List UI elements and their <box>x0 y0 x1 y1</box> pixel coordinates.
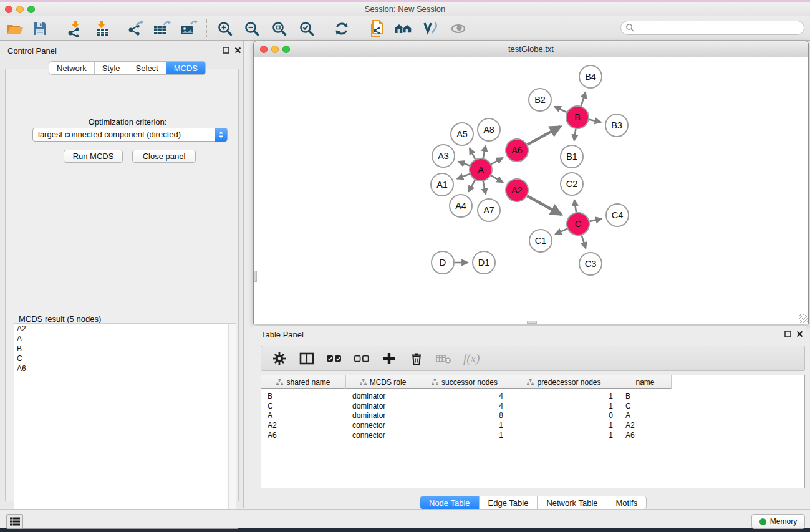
import-network-button[interactable] <box>64 18 86 39</box>
column-header-MCDS-role[interactable]: MCDS role <box>346 375 420 389</box>
clone-network-button[interactable] <box>367 18 390 39</box>
node-A5[interactable]: A5 <box>451 123 473 145</box>
float-panel-icon[interactable] <box>223 47 229 54</box>
first-neighbors-button[interactable] <box>392 18 415 39</box>
edge-A-A7[interactable] <box>483 181 486 195</box>
tab-node-table[interactable]: Node Table <box>420 496 480 510</box>
split-handle-left[interactable] <box>254 271 257 282</box>
function-builder-button[interactable]: f(x) <box>463 352 480 365</box>
tab-motifs[interactable]: Motifs <box>607 496 647 510</box>
column-header-successor-nodes[interactable]: successor nodes <box>420 375 509 389</box>
deselect-all-columns-button[interactable] <box>354 351 370 367</box>
edge-B-B3[interactable] <box>589 120 601 122</box>
zoom-in-button[interactable] <box>214 18 236 39</box>
table-row[interactable]: Cdominator41C <box>261 401 804 411</box>
search-input[interactable] <box>635 24 804 32</box>
tab-network[interactable]: Network <box>49 62 95 75</box>
node-A7[interactable]: A7 <box>478 199 500 221</box>
import-table-button[interactable] <box>92 18 114 39</box>
result-item[interactable]: A <box>14 334 236 344</box>
result-item[interactable]: C <box>14 354 236 364</box>
apply-layout-button[interactable] <box>330 18 353 39</box>
run-mcds-button[interactable]: Run MCDS <box>64 150 123 163</box>
tab-edge-table[interactable]: Edge Table <box>480 496 538 510</box>
network-canvas[interactable]: AA1A2A3A4A5A6A7A8BB1B2B3B4CC1C2C3C4DD1 <box>254 57 808 324</box>
node-B[interactable]: B <box>566 106 589 128</box>
delete-columns-button[interactable] <box>408 351 425 367</box>
node-B1[interactable]: B1 <box>561 145 583 168</box>
zoom-selected-button[interactable] <box>296 18 318 39</box>
node-C2[interactable]: C2 <box>561 173 583 195</box>
edge-A2-C[interactable] <box>528 196 561 215</box>
node-C1[interactable]: C1 <box>529 230 552 252</box>
edge-B-B1[interactable] <box>574 129 576 140</box>
node-A3[interactable]: A3 <box>432 145 455 167</box>
node-A1[interactable]: A1 <box>431 173 453 196</box>
node-D[interactable]: D <box>432 251 454 274</box>
split-handle-bottom[interactable] <box>527 321 537 324</box>
task-history-button[interactable] <box>6 514 23 529</box>
search-box[interactable] <box>620 21 804 35</box>
close-table-panel-icon[interactable] <box>796 331 803 337</box>
table-settings-button[interactable] <box>271 351 287 367</box>
edge-C-C4[interactable] <box>590 219 602 221</box>
open-file-button[interactable] <box>4 18 26 39</box>
network-window-titlebar[interactable]: testGlobe.txt <box>254 41 808 57</box>
result-scrollbar[interactable] <box>228 324 236 526</box>
edge-A-A1[interactable] <box>457 174 470 179</box>
tab-network-table[interactable]: Network Table <box>538 496 607 510</box>
export-table-button[interactable] <box>151 18 173 39</box>
create-column-button[interactable] <box>381 351 397 367</box>
close-panel-button[interactable]: Close panel <box>132 150 196 163</box>
edge-A-A4[interactable] <box>469 180 475 192</box>
export-network-button[interactable] <box>124 18 147 39</box>
zoom-fit-button[interactable] <box>268 18 291 39</box>
show-hide-button[interactable] <box>447 18 470 39</box>
result-item[interactable]: A2 <box>14 324 236 334</box>
memory-button[interactable]: Memory <box>751 514 805 529</box>
save-session-button[interactable] <box>29 18 51 39</box>
mcds-result-list[interactable]: A2ABCA6 <box>14 323 236 527</box>
table-row[interactable]: A6connector11A6 <box>261 430 804 440</box>
edge-B-B4[interactable] <box>581 92 586 106</box>
column-header-predecessor-nodes[interactable]: predecessor nodes <box>509 375 619 389</box>
edge-C-C1[interactable] <box>556 229 567 235</box>
table-row[interactable]: Adominator80A <box>261 410 804 420</box>
node-A2[interactable]: A2 <box>506 179 528 201</box>
edge-A-A6[interactable] <box>491 158 503 164</box>
node-A8[interactable]: A8 <box>478 118 500 141</box>
delete-table-button[interactable] <box>436 351 452 367</box>
show-column-panel-button[interactable] <box>299 351 315 367</box>
column-header-name[interactable]: name <box>619 375 672 389</box>
tab-mcds[interactable]: MCDS <box>166 62 205 75</box>
table-row[interactable]: Bdominator41B <box>261 391 804 401</box>
node-C3[interactable]: C3 <box>579 253 602 275</box>
node-D1[interactable]: D1 <box>473 251 495 274</box>
edge-C-C2[interactable] <box>574 200 576 213</box>
node-C[interactable]: C <box>567 213 589 235</box>
edge-A6-B[interactable] <box>528 127 561 145</box>
tab-select[interactable]: Select <box>128 62 166 75</box>
node-A6[interactable]: A6 <box>506 139 528 162</box>
edge-A-A5[interactable] <box>470 148 475 159</box>
zoom-out-button[interactable] <box>241 18 263 39</box>
node-B4[interactable]: B4 <box>579 65 602 88</box>
resize-grip[interactable] <box>799 314 808 323</box>
node-A4[interactable]: A4 <box>450 195 472 217</box>
edge-A-A3[interactable] <box>458 162 470 166</box>
hide-graphics-details-button[interactable] <box>419 18 441 39</box>
node-B3[interactable]: B3 <box>605 114 628 137</box>
edge-A-A8[interactable] <box>483 145 486 158</box>
node-B2[interactable]: B2 <box>529 89 551 111</box>
result-item[interactable]: A6 <box>14 364 236 374</box>
column-header-shared-name[interactable]: shared name <box>261 375 346 389</box>
edge-C-C3[interactable] <box>582 235 586 248</box>
edge-A-A2[interactable] <box>491 175 503 182</box>
table-row[interactable]: A2connector11A2 <box>261 420 804 430</box>
close-panel-icon[interactable] <box>234 47 241 54</box>
select-all-columns-button[interactable] <box>326 351 342 367</box>
export-image-button[interactable] <box>178 18 200 39</box>
edge-B-B2[interactable] <box>555 107 567 112</box>
node-C4[interactable]: C4 <box>606 204 629 226</box>
node-A[interactable]: A <box>470 158 492 181</box>
